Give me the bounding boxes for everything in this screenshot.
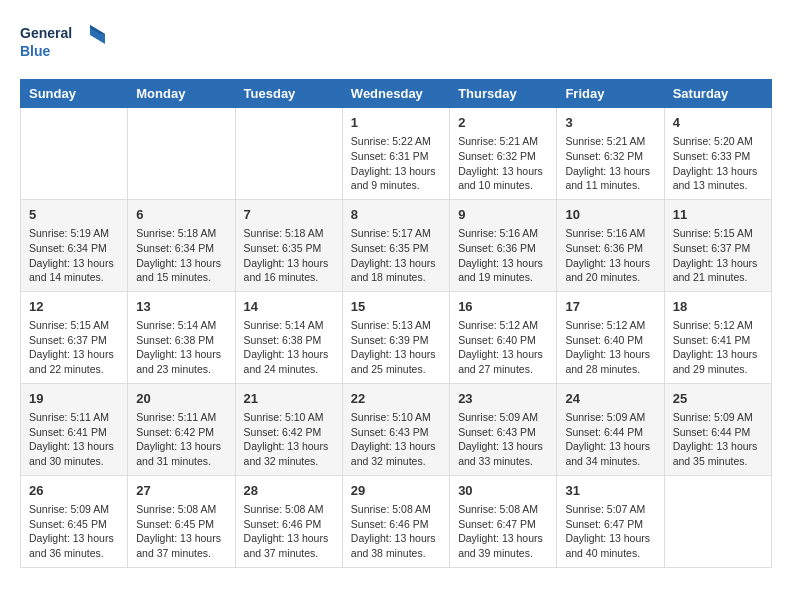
calendar-cell: 22Sunrise: 5:10 AM Sunset: 6:43 PM Dayli… — [342, 383, 449, 475]
week-row-2: 12Sunrise: 5:15 AM Sunset: 6:37 PM Dayli… — [21, 291, 772, 383]
header-cell-thursday: Thursday — [450, 80, 557, 108]
calendar-cell: 13Sunrise: 5:14 AM Sunset: 6:38 PM Dayli… — [128, 291, 235, 383]
logo-svg: General Blue — [20, 20, 110, 65]
calendar-cell: 26Sunrise: 5:09 AM Sunset: 6:45 PM Dayli… — [21, 475, 128, 567]
cell-info: Sunrise: 5:18 AM Sunset: 6:35 PM Dayligh… — [244, 226, 334, 285]
cell-info: Sunrise: 5:13 AM Sunset: 6:39 PM Dayligh… — [351, 318, 441, 377]
header-cell-saturday: Saturday — [664, 80, 771, 108]
calendar-cell: 18Sunrise: 5:12 AM Sunset: 6:41 PM Dayli… — [664, 291, 771, 383]
day-number: 27 — [136, 482, 226, 500]
day-number: 4 — [673, 114, 763, 132]
day-number: 18 — [673, 298, 763, 316]
calendar-body: 1Sunrise: 5:22 AM Sunset: 6:31 PM Daylig… — [21, 108, 772, 568]
calendar-cell: 25Sunrise: 5:09 AM Sunset: 6:44 PM Dayli… — [664, 383, 771, 475]
day-number: 1 — [351, 114, 441, 132]
day-number: 21 — [244, 390, 334, 408]
calendar-cell: 11Sunrise: 5:15 AM Sunset: 6:37 PM Dayli… — [664, 199, 771, 291]
cell-info: Sunrise: 5:18 AM Sunset: 6:34 PM Dayligh… — [136, 226, 226, 285]
calendar-cell: 31Sunrise: 5:07 AM Sunset: 6:47 PM Dayli… — [557, 475, 664, 567]
logo: General Blue — [20, 20, 110, 69]
header: General Blue — [20, 20, 772, 69]
header-cell-friday: Friday — [557, 80, 664, 108]
day-number: 19 — [29, 390, 119, 408]
cell-info: Sunrise: 5:11 AM Sunset: 6:41 PM Dayligh… — [29, 410, 119, 469]
svg-text:Blue: Blue — [20, 43, 51, 59]
day-number: 23 — [458, 390, 548, 408]
day-number: 2 — [458, 114, 548, 132]
header-cell-sunday: Sunday — [21, 80, 128, 108]
day-number: 14 — [244, 298, 334, 316]
cell-info: Sunrise: 5:22 AM Sunset: 6:31 PM Dayligh… — [351, 134, 441, 193]
cell-info: Sunrise: 5:21 AM Sunset: 6:32 PM Dayligh… — [458, 134, 548, 193]
calendar-cell: 28Sunrise: 5:08 AM Sunset: 6:46 PM Dayli… — [235, 475, 342, 567]
day-number: 22 — [351, 390, 441, 408]
calendar-cell: 8Sunrise: 5:17 AM Sunset: 6:35 PM Daylig… — [342, 199, 449, 291]
calendar-header: SundayMondayTuesdayWednesdayThursdayFrid… — [21, 80, 772, 108]
calendar-cell: 17Sunrise: 5:12 AM Sunset: 6:40 PM Dayli… — [557, 291, 664, 383]
day-number: 13 — [136, 298, 226, 316]
day-number: 17 — [565, 298, 655, 316]
calendar-cell: 14Sunrise: 5:14 AM Sunset: 6:38 PM Dayli… — [235, 291, 342, 383]
calendar-cell: 21Sunrise: 5:10 AM Sunset: 6:42 PM Dayli… — [235, 383, 342, 475]
day-number: 16 — [458, 298, 548, 316]
day-number: 31 — [565, 482, 655, 500]
day-number: 20 — [136, 390, 226, 408]
cell-info: Sunrise: 5:08 AM Sunset: 6:46 PM Dayligh… — [244, 502, 334, 561]
week-row-3: 19Sunrise: 5:11 AM Sunset: 6:41 PM Dayli… — [21, 383, 772, 475]
week-row-4: 26Sunrise: 5:09 AM Sunset: 6:45 PM Dayli… — [21, 475, 772, 567]
header-cell-wednesday: Wednesday — [342, 80, 449, 108]
cell-info: Sunrise: 5:20 AM Sunset: 6:33 PM Dayligh… — [673, 134, 763, 193]
calendar-cell: 20Sunrise: 5:11 AM Sunset: 6:42 PM Dayli… — [128, 383, 235, 475]
day-number: 28 — [244, 482, 334, 500]
calendar-cell: 1Sunrise: 5:22 AM Sunset: 6:31 PM Daylig… — [342, 108, 449, 200]
calendar-cell: 12Sunrise: 5:15 AM Sunset: 6:37 PM Dayli… — [21, 291, 128, 383]
calendar-cell: 24Sunrise: 5:09 AM Sunset: 6:44 PM Dayli… — [557, 383, 664, 475]
cell-info: Sunrise: 5:16 AM Sunset: 6:36 PM Dayligh… — [458, 226, 548, 285]
calendar-cell: 3Sunrise: 5:21 AM Sunset: 6:32 PM Daylig… — [557, 108, 664, 200]
cell-info: Sunrise: 5:12 AM Sunset: 6:41 PM Dayligh… — [673, 318, 763, 377]
cell-info: Sunrise: 5:15 AM Sunset: 6:37 PM Dayligh… — [29, 318, 119, 377]
cell-info: Sunrise: 5:12 AM Sunset: 6:40 PM Dayligh… — [565, 318, 655, 377]
day-number: 8 — [351, 206, 441, 224]
header-row: SundayMondayTuesdayWednesdayThursdayFrid… — [21, 80, 772, 108]
calendar-cell: 29Sunrise: 5:08 AM Sunset: 6:46 PM Dayli… — [342, 475, 449, 567]
cell-info: Sunrise: 5:10 AM Sunset: 6:43 PM Dayligh… — [351, 410, 441, 469]
cell-info: Sunrise: 5:12 AM Sunset: 6:40 PM Dayligh… — [458, 318, 548, 377]
cell-info: Sunrise: 5:14 AM Sunset: 6:38 PM Dayligh… — [136, 318, 226, 377]
cell-info: Sunrise: 5:08 AM Sunset: 6:45 PM Dayligh… — [136, 502, 226, 561]
header-cell-monday: Monday — [128, 80, 235, 108]
day-number: 3 — [565, 114, 655, 132]
week-row-0: 1Sunrise: 5:22 AM Sunset: 6:31 PM Daylig… — [21, 108, 772, 200]
calendar-cell: 9Sunrise: 5:16 AM Sunset: 6:36 PM Daylig… — [450, 199, 557, 291]
calendar-cell: 5Sunrise: 5:19 AM Sunset: 6:34 PM Daylig… — [21, 199, 128, 291]
day-number: 5 — [29, 206, 119, 224]
day-number: 12 — [29, 298, 119, 316]
cell-info: Sunrise: 5:15 AM Sunset: 6:37 PM Dayligh… — [673, 226, 763, 285]
calendar-cell: 19Sunrise: 5:11 AM Sunset: 6:41 PM Dayli… — [21, 383, 128, 475]
cell-info: Sunrise: 5:08 AM Sunset: 6:46 PM Dayligh… — [351, 502, 441, 561]
day-number: 9 — [458, 206, 548, 224]
cell-info: Sunrise: 5:17 AM Sunset: 6:35 PM Dayligh… — [351, 226, 441, 285]
cell-info: Sunrise: 5:19 AM Sunset: 6:34 PM Dayligh… — [29, 226, 119, 285]
day-number: 30 — [458, 482, 548, 500]
svg-text:General: General — [20, 25, 72, 41]
calendar-cell: 23Sunrise: 5:09 AM Sunset: 6:43 PM Dayli… — [450, 383, 557, 475]
cell-info: Sunrise: 5:16 AM Sunset: 6:36 PM Dayligh… — [565, 226, 655, 285]
calendar-cell: 15Sunrise: 5:13 AM Sunset: 6:39 PM Dayli… — [342, 291, 449, 383]
header-cell-tuesday: Tuesday — [235, 80, 342, 108]
day-number: 10 — [565, 206, 655, 224]
calendar-cell — [128, 108, 235, 200]
calendar-cell: 10Sunrise: 5:16 AM Sunset: 6:36 PM Dayli… — [557, 199, 664, 291]
cell-info: Sunrise: 5:08 AM Sunset: 6:47 PM Dayligh… — [458, 502, 548, 561]
cell-info: Sunrise: 5:07 AM Sunset: 6:47 PM Dayligh… — [565, 502, 655, 561]
calendar-cell: 2Sunrise: 5:21 AM Sunset: 6:32 PM Daylig… — [450, 108, 557, 200]
calendar-cell: 6Sunrise: 5:18 AM Sunset: 6:34 PM Daylig… — [128, 199, 235, 291]
day-number: 7 — [244, 206, 334, 224]
cell-info: Sunrise: 5:09 AM Sunset: 6:45 PM Dayligh… — [29, 502, 119, 561]
calendar-cell: 4Sunrise: 5:20 AM Sunset: 6:33 PM Daylig… — [664, 108, 771, 200]
cell-info: Sunrise: 5:11 AM Sunset: 6:42 PM Dayligh… — [136, 410, 226, 469]
day-number: 6 — [136, 206, 226, 224]
day-number: 25 — [673, 390, 763, 408]
cell-info: Sunrise: 5:09 AM Sunset: 6:44 PM Dayligh… — [673, 410, 763, 469]
day-number: 11 — [673, 206, 763, 224]
